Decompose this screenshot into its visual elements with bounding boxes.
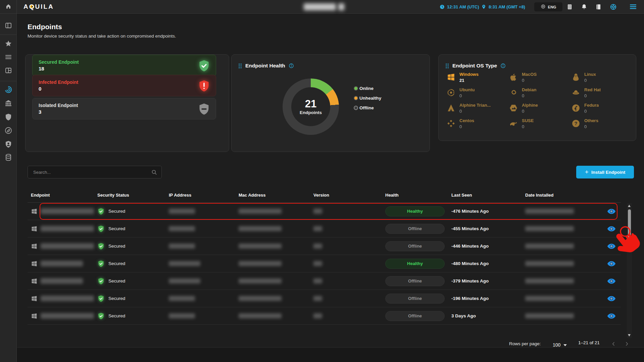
sidebar-item[interactable] bbox=[4, 99, 12, 107]
redacted-ip-address bbox=[169, 278, 200, 283]
redacted-window-title bbox=[338, 3, 344, 10]
hamburger-menu-icon[interactable] bbox=[629, 3, 637, 10]
last-seen: -446 Minutes Ago bbox=[451, 244, 489, 249]
scroll-up-arrow-icon[interactable] bbox=[628, 205, 631, 207]
left-sidebar bbox=[0, 14, 17, 362]
redacted-mac-address bbox=[239, 244, 282, 249]
os-logo-icon bbox=[447, 119, 455, 128]
view-details-eye-icon[interactable] bbox=[607, 296, 616, 302]
navbar-action-icon[interactable] bbox=[595, 4, 602, 10]
redacted-ip-address bbox=[169, 244, 195, 249]
security-status: Secured bbox=[108, 226, 125, 231]
sidebar-item[interactable] bbox=[4, 140, 12, 148]
os-logo-icon bbox=[447, 73, 455, 82]
os-count: 0 bbox=[459, 93, 475, 98]
view-details-eye-icon[interactable] bbox=[607, 226, 616, 232]
secured-shield-icon bbox=[97, 208, 105, 215]
drag-handle-icon[interactable] bbox=[445, 63, 449, 69]
redacted-date-installed bbox=[525, 278, 574, 283]
home-button[interactable] bbox=[0, 0, 17, 14]
health-legend: Online Unhealthy Offline bbox=[354, 85, 381, 111]
legend-label: Unhealthy bbox=[359, 96, 381, 101]
legend-item: Unhealthy bbox=[354, 95, 381, 102]
last-seen: -480 Minutes Ago bbox=[451, 261, 489, 266]
info-icon[interactable] bbox=[289, 63, 294, 68]
scrollbar-thumb[interactable] bbox=[628, 209, 631, 240]
rows-per-page-select[interactable]: 100 bbox=[553, 342, 567, 348]
info-icon[interactable] bbox=[500, 63, 506, 68]
os-count: 0 bbox=[584, 93, 601, 98]
os-name: Centos bbox=[459, 118, 474, 123]
os-logo-icon bbox=[509, 104, 518, 112]
secured-shield-icon bbox=[97, 243, 105, 250]
os-type-grid: Windows 21 MacOS 0 Linux bbox=[447, 72, 629, 134]
table-row[interactable]: Secured Healthy -476 Minutes Ago bbox=[28, 203, 621, 220]
windows-logo-icon bbox=[31, 208, 38, 215]
table-row[interactable]: Secured Offline -455 Minutes Ago bbox=[28, 220, 621, 238]
table-row[interactable]: Secured Offline 3 Days Ago bbox=[28, 307, 621, 325]
install-endpoint-button[interactable]: + Install Endpoint bbox=[576, 166, 634, 178]
sidebar-item[interactable] bbox=[4, 126, 12, 135]
table-row[interactable]: Secured Offline -379 Minutes Ago bbox=[28, 272, 621, 290]
language-label: ENG bbox=[548, 5, 556, 9]
legend-item: Offline bbox=[354, 104, 381, 111]
app-logo[interactable]: AQUILA bbox=[23, 3, 54, 10]
endpoint-health-card: Endpoint Health 21 Endpoints Online Unhe… bbox=[231, 54, 430, 152]
redacted-date-installed bbox=[525, 244, 574, 249]
sidebar-item[interactable] bbox=[4, 113, 12, 121]
navbar-action-icon[interactable] bbox=[610, 3, 617, 10]
previous-page-chevron[interactable] bbox=[610, 341, 616, 347]
view-details-eye-icon[interactable] bbox=[607, 278, 616, 284]
os-count: 0 bbox=[522, 78, 537, 83]
health-badge: Healthy bbox=[385, 259, 445, 269]
view-details-eye-icon[interactable] bbox=[607, 261, 616, 267]
column-header: Mac Address bbox=[235, 193, 310, 198]
table-row[interactable]: Secured Offline -196 Minutes Ago bbox=[28, 290, 621, 307]
navbar-action-icon[interactable] bbox=[566, 4, 573, 10]
windows-logo-icon bbox=[31, 260, 38, 267]
os-count: 0 bbox=[584, 109, 599, 114]
sidebar-item[interactable] bbox=[4, 66, 12, 74]
table-row[interactable]: Secured Offline -446 Minutes Ago bbox=[28, 238, 621, 255]
redacted-date-installed bbox=[525, 209, 574, 214]
security-status: Secured bbox=[108, 296, 125, 301]
sidebar-item[interactable] bbox=[4, 53, 12, 61]
next-page-chevron[interactable] bbox=[624, 341, 630, 347]
redacted-version bbox=[313, 278, 322, 283]
endpoints-table: Endpoint Security Status IP Address Mac … bbox=[28, 188, 621, 325]
column-header: Health bbox=[382, 193, 448, 198]
os-type-item: Red Hat 0 bbox=[572, 88, 629, 103]
view-details-eye-icon[interactable] bbox=[607, 208, 616, 214]
table-scrollbar[interactable] bbox=[627, 203, 632, 338]
scroll-down-arrow-icon[interactable] bbox=[628, 334, 631, 337]
location-pin-icon bbox=[481, 4, 486, 9]
sidebar-item[interactable] bbox=[4, 153, 12, 161]
secured-shield-icon bbox=[97, 260, 105, 267]
sidebar-item[interactable] bbox=[4, 40, 12, 48]
language-selector[interactable]: ENG bbox=[534, 2, 562, 11]
view-details-eye-icon[interactable] bbox=[607, 313, 616, 319]
os-name: SUSE bbox=[522, 118, 534, 123]
security-status: Secured bbox=[108, 261, 125, 266]
redacted-date-installed bbox=[525, 261, 574, 266]
sidebar-item[interactable] bbox=[4, 21, 12, 30]
os-type-item: Centos 0 bbox=[447, 118, 509, 134]
endpoint-security-state-card: Endpoint Security State Secured Endpoint… bbox=[25, 54, 229, 152]
redacted-endpoint-name bbox=[41, 296, 94, 301]
redacted-endpoint-name bbox=[41, 261, 83, 266]
redacted-version bbox=[313, 313, 322, 318]
shield-status-icon bbox=[198, 59, 210, 72]
page-subtitle: Monitor device security status and take … bbox=[28, 34, 176, 39]
view-details-eye-icon[interactable] bbox=[607, 243, 616, 249]
drag-handle-icon[interactable] bbox=[238, 63, 242, 69]
table-row[interactable]: Secured Healthy -480 Minutes Ago bbox=[28, 255, 621, 272]
legend-label: Online bbox=[359, 86, 374, 91]
windows-logo-icon bbox=[31, 313, 38, 319]
navbar-action-icon[interactable] bbox=[581, 4, 587, 10]
bottom-strip bbox=[17, 347, 644, 362]
sidebar-item[interactable] bbox=[4, 86, 12, 94]
legend-label: Offline bbox=[359, 105, 374, 110]
health-badge: Offline bbox=[385, 276, 445, 286]
os-count: 0 bbox=[459, 109, 491, 114]
search-input[interactable] bbox=[28, 166, 161, 178]
